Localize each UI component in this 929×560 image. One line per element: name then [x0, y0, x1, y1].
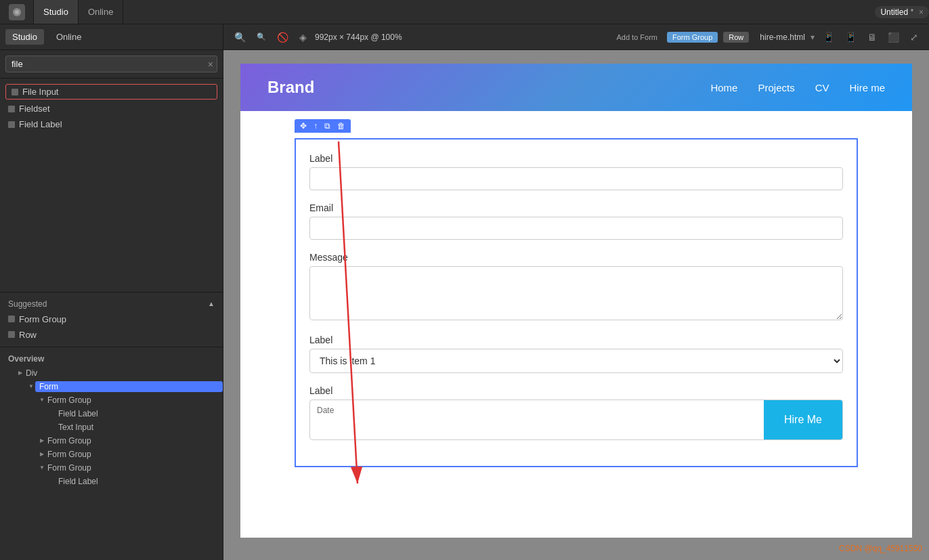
form-selected: ✥ ↑ ⧉ 🗑 Label	[295, 138, 858, 467]
suggested-section: Suggested ▲ Form Group Row	[0, 292, 223, 347]
component-icon	[8, 106, 15, 112]
desktop-icon[interactable]: 🖥	[865, 30, 880, 44]
component-field-label[interactable]: Field Label	[0, 116, 223, 132]
studio-logo	[0, 0, 34, 24]
component-label: Fieldset	[19, 104, 50, 114]
suggested-collapse-icon[interactable]: ▲	[208, 300, 215, 307]
tree-label: Field Label	[57, 476, 223, 487]
canvas-tab-close[interactable]: ×	[919, 7, 924, 17]
filename-display[interactable]: hire-me.html	[760, 33, 805, 42]
nav-links: Home Projects CV Hire me	[710, 82, 885, 93]
layers-icon[interactable]: ◈	[297, 30, 309, 44]
search-area: ×	[0, 50, 223, 79]
suggested-row[interactable]: Row	[0, 327, 223, 343]
nav-link-hire-me[interactable]: Hire me	[849, 82, 885, 93]
component-file-input[interactable]: File Input	[5, 84, 217, 100]
component-icon	[8, 316, 15, 322]
component-label: Field Label	[19, 119, 62, 129]
expand-icon[interactable]: ⤢	[907, 30, 921, 44]
tree-label: Form Group	[46, 395, 223, 406]
nav-link-cv[interactable]: CV	[815, 82, 829, 93]
tree-label: Form Group	[46, 449, 223, 460]
search-input[interactable]	[5, 56, 217, 72]
tree-label: Text Input	[57, 422, 223, 433]
sidebar-studio-tab[interactable]: Studio	[5, 29, 44, 45]
component-label: File Input	[22, 87, 58, 97]
tree-expand-icon: ▼	[38, 397, 46, 403]
zoom-out-icon[interactable]: 🔍	[232, 30, 249, 44]
form-group-date-hire: Label Date Hire Me	[309, 385, 843, 440]
tree-label: Div	[24, 368, 223, 379]
tree-expand-icon: ▶	[16, 370, 24, 376]
component-label: Row	[19, 330, 37, 340]
canvas-tab-label: Untitled	[880, 7, 908, 17]
component-label: Form Group	[19, 314, 66, 324]
form-label-1: Label	[309, 153, 843, 164]
tree-label: Form Group	[46, 462, 223, 473]
navbar: Brand Home Projects CV Hire me	[240, 64, 912, 111]
webpage: Brand Home Projects CV Hire me	[240, 64, 912, 538]
toolbar-right: Add to Form Form Group Row hire-me.html …	[612, 30, 921, 44]
form-text-input-1[interactable]	[309, 167, 843, 190]
nav-link-projects[interactable]: Projects	[758, 82, 794, 93]
sel-copy-icon[interactable]: ⧉	[322, 121, 333, 131]
form-container: ✥ ↑ ⧉ 🗑 Label	[240, 111, 912, 494]
tree-item-div[interactable]: ▶ Div	[0, 366, 223, 380]
date-input[interactable]	[317, 418, 757, 434]
main-layout: Studio Online × File Input Fieldset	[0, 24, 929, 560]
tree-item-form-group-2[interactable]: ▶ Form Group	[0, 434, 223, 448]
overview-title: Overview	[0, 351, 223, 366]
form-label-select: Label	[309, 335, 843, 345]
suggested-title: Suggested	[8, 299, 47, 309]
tree-item-form-group-4[interactable]: ▼ Form Group	[0, 461, 223, 475]
date-label: Date	[317, 406, 757, 415]
tree-item-text-input[interactable]: Text Input	[0, 421, 223, 434]
sidebar: Studio Online × File Input Fieldset	[0, 24, 223, 560]
top-bar: Studio Online Untitled * ×	[0, 0, 929, 24]
online-tab[interactable]: Online	[79, 0, 124, 24]
component-icon	[12, 89, 18, 95]
sidebar-online-tab[interactable]: Online	[49, 29, 89, 45]
widescreen-icon[interactable]: ⬛	[885, 30, 902, 44]
tree-expand-icon: ▼	[27, 383, 35, 389]
hire-me-button[interactable]: Hire Me	[764, 400, 842, 439]
tree-expand-icon: ▶	[38, 437, 46, 444]
component-icon	[8, 331, 15, 338]
canvas-area: Brand Home Projects CV Hire me	[223, 50, 929, 560]
search-clear-button[interactable]: ×	[208, 59, 213, 70]
tree-item-field-label-2[interactable]: Field Label	[0, 475, 223, 488]
date-section: Date	[310, 400, 764, 439]
no-entry-icon[interactable]: 🚫	[274, 30, 291, 44]
component-fieldset[interactable]: Fieldset	[0, 101, 223, 116]
tree-item-form-group-1[interactable]: ▼ Form Group	[0, 393, 223, 407]
form-group-label-text: Label	[309, 153, 843, 190]
form-group-button[interactable]: Form Group	[667, 32, 718, 43]
mobile-icon[interactable]: 📱	[820, 30, 837, 44]
canvas-tab[interactable]: Untitled * ×	[875, 6, 929, 18]
form-selection-toolbar: ✥ ↑ ⧉ 🗑	[295, 119, 351, 133]
nav-link-home[interactable]: Home	[710, 82, 737, 93]
zoom-in-icon[interactable]: 🔍	[254, 31, 269, 43]
sel-move-icon[interactable]: ✥	[297, 121, 309, 131]
tree-item-form-group-3[interactable]: ▶ Form Group	[0, 448, 223, 461]
form-message-textarea[interactable]	[309, 266, 843, 320]
form-label-date-hire: Label	[309, 385, 843, 396]
tree-item-field-label-1[interactable]: Field Label	[0, 407, 223, 421]
form-group-message: Message	[309, 252, 843, 322]
studio-tab[interactable]: Studio	[34, 0, 79, 24]
filename-dropdown-icon[interactable]: ▾	[811, 33, 815, 42]
row-button[interactable]: Row	[723, 32, 749, 43]
form-label-message: Message	[309, 252, 843, 263]
tablet-icon[interactable]: 📱	[842, 30, 859, 44]
form-group-select: Label This is item 1 This is item 2 This…	[309, 335, 843, 373]
sel-up-icon[interactable]: ↑	[311, 121, 320, 131]
form-group-email: Email	[309, 202, 843, 240]
add-to-form-button[interactable]: Add to Form	[612, 32, 662, 43]
sel-delete-icon[interactable]: 🗑	[334, 121, 348, 131]
form-email-input[interactable]	[309, 217, 843, 240]
tree-item-form[interactable]: ▼ Form	[0, 380, 223, 393]
top-bar-tabs: Studio Online	[34, 0, 123, 24]
component-list: File Input Fieldset Field Label	[0, 79, 223, 292]
form-select-input[interactable]: This is item 1 This is item 2 This is it…	[309, 349, 843, 373]
suggested-form-group[interactable]: Form Group	[0, 311, 223, 327]
